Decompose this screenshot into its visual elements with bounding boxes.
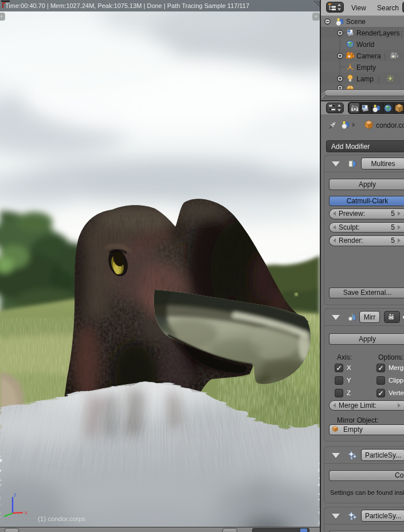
- svg-text:z: z: [14, 492, 17, 498]
- svg-text:x: x: [25, 510, 28, 515]
